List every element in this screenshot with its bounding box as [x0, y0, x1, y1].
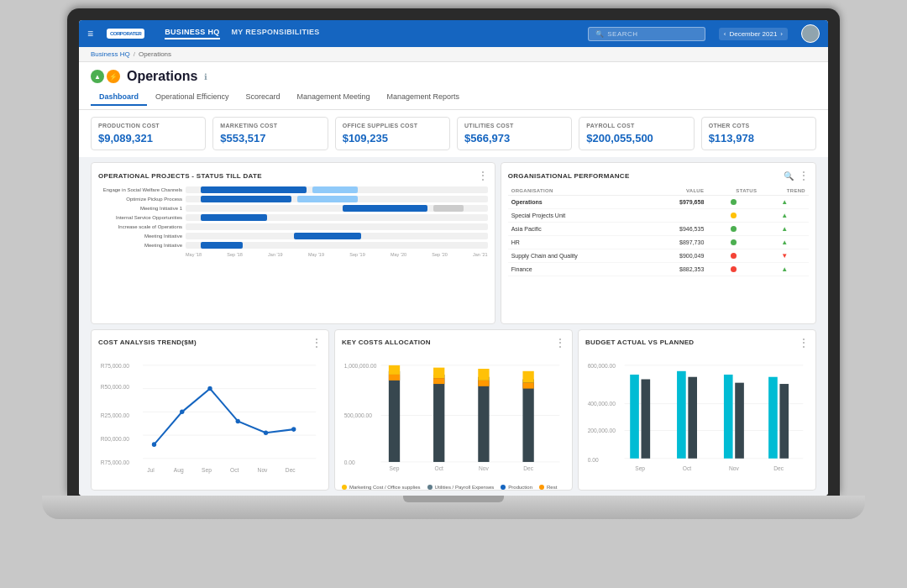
page-tabs: Dashboard Operational Efficiency Scoreca…: [91, 89, 816, 106]
svg-text:Oct: Oct: [683, 465, 691, 470]
page-title: Operations: [127, 69, 197, 84]
breadcrumb-current: Operations: [139, 50, 171, 58]
legend-item-3: Rest: [539, 485, 557, 490]
keycosts-menu-icon[interactable]: ⋮: [555, 337, 565, 349]
prev-month-button[interactable]: ‹: [724, 30, 726, 38]
nav-business-hq[interactable]: BUSINESS HQ: [165, 28, 219, 39]
kpi-other-label: OTHER COTS: [709, 123, 809, 129]
avatar[interactable]: [801, 24, 820, 43]
project-card-header: OPERATIONAL PROJECTS - STATUS TILL DATE …: [98, 170, 488, 181]
page-header: ▲ ⚡ Operations ℹ Dashboard Operational E…: [79, 62, 828, 110]
gantt-row-2: Meeting Initiative 1: [98, 205, 488, 212]
cost-menu-icon[interactable]: ⋮: [312, 337, 322, 349]
hamburger-icon[interactable]: ≡: [87, 28, 93, 39]
bar-oct-orange: [433, 378, 444, 384]
current-month: December 2021: [729, 30, 777, 38]
icon-circle-green: ▲: [91, 70, 104, 83]
next-month-button[interactable]: ›: [780, 30, 783, 38]
keycosts-svg: 1,000,000.00 500,000.00 0.00: [342, 354, 565, 482]
svg-text:R75,000.00: R75,000.00: [101, 362, 130, 368]
svg-text:Sep: Sep: [635, 465, 645, 471]
gantt-label-2: Meeting Initiative 1: [98, 206, 182, 211]
org-trend-2: ▲: [760, 223, 809, 236]
project-menu-icon[interactable]: ⋮: [478, 170, 488, 181]
org-status-2: [707, 223, 760, 236]
budget-oct-planned: [688, 376, 697, 458]
icon-circle-orange: ⚡: [107, 70, 120, 83]
keycosts-chart-area: 1,000,000.00 500,000.00 0.00: [342, 354, 565, 482]
org-row-4: Supply Chain and Quality $900,049 ▼: [508, 249, 809, 263]
svg-text:0.00: 0.00: [588, 456, 599, 462]
date-nav: ‹ December 2021 ›: [719, 28, 788, 40]
cost-svg: R75,000.00 R50,000.00 R25,000.00 R00,000…: [98, 354, 322, 482]
org-value-3: $897,730: [647, 236, 707, 249]
org-col-value: VALUE: [647, 186, 707, 196]
key-costs-card: KEY COSTS ALLOCATION ⋮ 1,000,000.00 500,…: [334, 329, 573, 491]
legend-dot-3: [539, 485, 544, 490]
gantt-bar-1-blue: [201, 196, 291, 202]
gantt-container: Engage in Social Welfare Channels Optimi…: [98, 186, 488, 317]
tab-dashboard[interactable]: Dashboard: [91, 89, 147, 106]
org-trend-icon-3: ▲: [781, 239, 788, 246]
tab-scorecard[interactable]: Scorecard: [237, 89, 288, 106]
org-trend-icon-0: ▲: [781, 198, 788, 206]
bar-sep-yellow: [389, 365, 400, 374]
screen-bezel: ≡ CORPORATER BUSINESS HQ MY RESPONSIBILI…: [67, 8, 840, 496]
org-row-1: Special Projects Unit ▲: [508, 209, 809, 223]
search-placeholder: SEARCH: [607, 30, 637, 38]
gantt-axis-0: May '18: [186, 252, 202, 257]
org-name-5: Finance: [508, 263, 647, 276]
budget-oct-actual: [677, 370, 686, 458]
project-card-title: OPERATIONAL PROJECTS - STATUS TILL DATE: [98, 172, 262, 180]
gantt-bar-0-blue: [201, 186, 307, 193]
gantt-bar-3-blue: [201, 214, 267, 221]
gantt-label-6: Meeting Initiative: [98, 243, 182, 248]
org-menu-icon[interactable]: ⋮: [799, 170, 809, 181]
org-dot-0: [731, 199, 737, 205]
org-row-5: Finance $882,353 ▲: [508, 263, 809, 276]
bar-oct-dark: [433, 374, 444, 461]
gantt-track-0: [186, 186, 488, 193]
logo-box: CORPORATER: [107, 29, 144, 39]
org-search-icon[interactable]: 🔍: [784, 171, 794, 181]
org-card-header: ORGANISATIONAL PERFORMANCE 🔍 ⋮: [508, 170, 809, 181]
search-bar[interactable]: 🔍 SEARCH: [588, 27, 705, 41]
tab-operational-efficiency[interactable]: Operational Efficiency: [147, 89, 237, 106]
screen: ≡ CORPORATER BUSINESS HQ MY RESPONSIBILI…: [79, 20, 828, 496]
laptop-base: [42, 496, 865, 519]
keycosts-card-title: KEY COSTS ALLOCATION: [342, 339, 431, 346]
kpi-utilities-label: UTILITIES COST: [464, 123, 564, 129]
kpi-marketing-value: $553,517: [220, 132, 320, 144]
info-icon[interactable]: ℹ: [204, 72, 207, 81]
gantt-row-3: Internal Service Opportunities: [98, 214, 488, 221]
gantt-label-1: Optimize Pickup Process: [98, 197, 182, 202]
budget-card-title: BUDGET ACTUAL VS PLANNED: [585, 339, 694, 346]
gantt-row-1: Optimize Pickup Process: [98, 196, 488, 202]
budget-menu-icon[interactable]: ⋮: [799, 337, 809, 349]
org-trend-1: ▲: [760, 209, 809, 223]
org-dot-1: [731, 213, 737, 218]
breadcrumb: Business HQ / Operations: [79, 47, 828, 62]
gantt-track-6: [186, 242, 488, 249]
bottom-charts-row: COST ANALYSIS TREND($M) ⋮ R75,000.00 R50…: [91, 329, 816, 491]
svg-text:R75,000.00: R75,000.00: [101, 459, 130, 465]
budget-nov-actual: [724, 374, 733, 458]
tab-management-reports[interactable]: Management Reports: [379, 89, 469, 106]
breadcrumb-home[interactable]: Business HQ: [91, 50, 130, 58]
org-table: ORGANISATION VALUE STATUS TREND Operatio…: [508, 186, 809, 276]
nav-my-responsibilities[interactable]: MY RESPONSIBILITIES: [232, 28, 320, 39]
bar-dec-yellow: [522, 370, 533, 382]
org-dot-3: [731, 239, 737, 245]
cost-dot-1: [180, 409, 184, 414]
legend-label-0: Marketing Cost / Office supplies: [349, 485, 421, 490]
budget-dec-planned: [779, 384, 789, 459]
keycosts-card-header: KEY COSTS ALLOCATION ⋮: [342, 337, 565, 349]
legend-dot-2: [501, 485, 506, 490]
org-performance-card: ORGANISATIONAL PERFORMANCE 🔍 ⋮ ORGANISAT…: [501, 162, 816, 324]
org-dot-4: [731, 253, 737, 259]
project-status-card: OPERATIONAL PROJECTS - STATUS TILL DATE …: [91, 162, 495, 324]
tab-management-meeting[interactable]: Management Meeting: [288, 89, 378, 106]
org-trend-icon-2: ▲: [781, 225, 788, 233]
logo-text: CORPORATER: [110, 31, 141, 36]
gantt-bar-6-blue: [201, 242, 243, 249]
